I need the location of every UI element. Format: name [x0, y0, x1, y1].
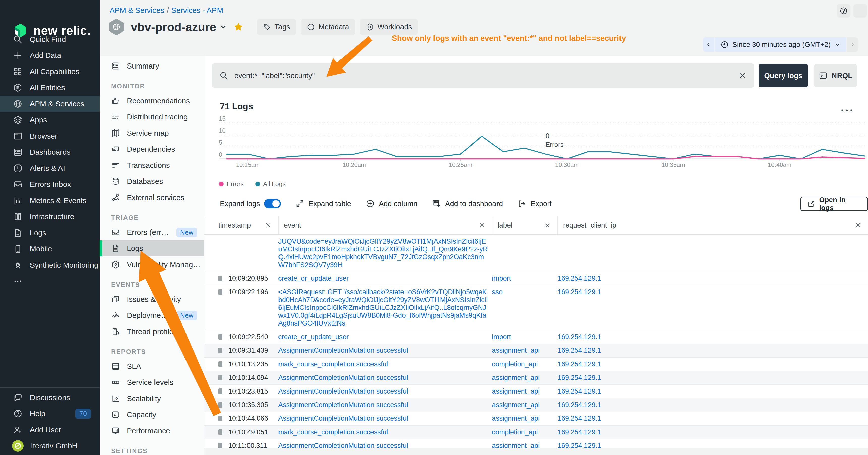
log-row[interactable]: 10:09:20.895create_or_update_userimport1… — [204, 272, 868, 286]
subnav-item-service-map[interactable]: Service map — [99, 125, 204, 141]
time-back-button[interactable] — [703, 37, 715, 52]
log-client-ip-link[interactable]: 169.254.129.1 — [558, 347, 868, 355]
log-label-link[interactable]: assignment_api — [492, 401, 558, 409]
log-label-link[interactable]: assignment_api — [492, 415, 558, 422]
log-event-link[interactable]: AssignmentCompletionMutation successful — [278, 347, 492, 355]
sidebar-item-add-data[interactable]: Add Data — [0, 47, 99, 64]
log-label-link[interactable]: assignment_api — [492, 388, 558, 395]
log-client-ip-link[interactable]: 169.254.129.1 — [558, 388, 868, 395]
log-label-link[interactable] — [492, 237, 558, 269]
log-event-link[interactable]: AssignmentCompletionMutation successful — [278, 442, 492, 448]
subnav-item-errors-errors-inb[interactable]: Errors (errors inb...New — [99, 224, 204, 240]
log-event-link[interactable]: AssignmentCompletionMutation successful — [278, 374, 492, 382]
sidebar-item-discussions[interactable]: Discussions — [0, 390, 99, 405]
export-button[interactable]: Export — [518, 199, 552, 208]
log-label-link[interactable]: assignment_api — [492, 442, 558, 448]
time-picker[interactable]: Since 30 minutes ago (GMT+2) — [703, 37, 858, 52]
log-client-ip-link[interactable]: 169.254.129.1 — [558, 442, 868, 448]
sidebar-item-apps[interactable]: Apps — [0, 112, 99, 128]
log-event-link[interactable]: AssignmentCompletionMutation successful — [278, 415, 492, 422]
subnav-item-issues-activity[interactable]: Issues & activity — [99, 291, 204, 307]
column-header-timestamp[interactable]: timestamp — [204, 216, 278, 234]
subnav-item-databases[interactable]: Databases — [99, 173, 204, 190]
metadata-button[interactable]: Metadata — [301, 19, 355, 35]
entity-chevron-down-icon[interactable] — [219, 23, 227, 31]
sidebar-item-item[interactable] — [0, 273, 99, 289]
log-search-input[interactable]: event:* -"label":"security" — [212, 64, 754, 88]
subnav-item-deployments[interactable]: DeploymentsNew — [99, 307, 204, 324]
log-label-link[interactable]: completion_api — [492, 428, 558, 436]
expand-table-button[interactable]: Expand table — [296, 199, 351, 208]
add-column-button[interactable]: Add column — [366, 199, 417, 208]
sidebar-item-logs[interactable]: Logs — [0, 225, 99, 241]
log-label-link[interactable]: sso — [492, 288, 558, 327]
subnav-item-thread-profiler[interactable]: Thread profiler — [99, 324, 204, 339]
log-label-link[interactable]: import — [492, 274, 558, 283]
workloads-button[interactable]: Workloads — [360, 19, 418, 35]
log-event-link[interactable]: <ASGIRequest: GET '/sso/callback/?state=… — [278, 288, 492, 327]
breadcrumb-services-apm[interactable]: Services - APM — [172, 6, 223, 14]
subnav-item-dependencies[interactable]: Dependencies — [99, 141, 204, 157]
query-logs-button[interactable]: Query logs — [758, 64, 808, 87]
legend-item-errors[interactable]: Errors — [219, 181, 244, 188]
open-in-logs-button[interactable]: Open in logs — [801, 196, 868, 211]
log-label-link[interactable]: import — [492, 333, 558, 341]
log-event-link[interactable]: AssignmentCompletionMutation successful — [278, 388, 492, 395]
add-to-dashboard-button[interactable]: Add to dashboard — [432, 199, 503, 208]
sidebar-item-dashboards[interactable]: Dashboards — [0, 144, 99, 160]
help-button[interactable] — [837, 4, 850, 18]
subnav-item-transactions[interactable]: Transactions — [99, 157, 204, 173]
subnav-item-performance[interactable]: Performance — [99, 423, 204, 439]
sidebar-item-errors-inbox[interactable]: Errors Inbox — [0, 176, 99, 193]
sidebar-item-apm-services[interactable]: APM & Services — [0, 96, 99, 112]
expand-logs-toggle[interactable]: Expand logs — [220, 199, 281, 208]
time-forward-button[interactable] — [846, 37, 858, 52]
subnav-item-logs[interactable]: Logs — [99, 240, 204, 257]
sidebar-item-quick-find[interactable]: Quick Find — [0, 31, 99, 47]
subnav-item-recommendations[interactable]: Recommendations — [99, 93, 204, 109]
logs-timeseries-chart[interactable]: 05101510:15am10:20am10:25am10:30am10:35a… — [204, 117, 868, 192]
sidebar-item-infrastructure[interactable]: Infrastructure — [0, 208, 99, 225]
log-client-ip-link[interactable]: 169.254.129.1 — [558, 374, 868, 382]
log-event-link[interactable]: mark_course_completion successful — [278, 360, 492, 368]
remove-column-icon[interactable] — [478, 222, 486, 229]
toggle-on-icon[interactable] — [264, 199, 281, 208]
breadcrumb-apm-services[interactable]: APM & Services — [110, 6, 164, 14]
log-event-link[interactable]: AssignmentCompletionMutation successful — [278, 401, 492, 409]
log-event-link[interactable]: create_or_update_user — [278, 333, 492, 341]
favorite-star-icon[interactable] — [233, 22, 244, 32]
log-client-ip-link[interactable] — [558, 237, 868, 269]
sidebar-item-all-capabilities[interactable]: All Capabilities — [0, 64, 99, 79]
sidebar-item-mobile[interactable]: Mobile — [0, 241, 99, 257]
log-label-link[interactable]: assignment_api — [492, 347, 558, 355]
subnav-item-summary[interactable]: Summary — [99, 58, 204, 74]
log-client-ip-link[interactable]: 169.254.129.1 — [558, 274, 868, 283]
subnav-item-capacity[interactable]: Capacity — [99, 407, 204, 423]
sidebar-item-metrics-events[interactable]: Metrics & Events — [0, 193, 99, 208]
clear-search-icon[interactable] — [739, 71, 746, 79]
log-row[interactable]: 10:10:44.066AssignmentCompletionMutation… — [204, 412, 868, 425]
sidebar-item-iterativ-gmbh[interactable]: Iterativ GmbH — [0, 438, 99, 454]
subnav-item-sla[interactable]: SLA — [99, 358, 204, 375]
sidebar-item-add-user[interactable]: Add User — [0, 422, 99, 438]
log-row[interactable]: 10:10:14.094AssignmentCompletionMutation… — [204, 371, 868, 385]
permalink-button[interactable] — [854, 4, 867, 18]
remove-column-icon[interactable] — [855, 222, 862, 229]
column-header-label[interactable]: label — [492, 216, 558, 234]
legend-item-all-logs[interactable]: All Logs — [255, 181, 285, 188]
log-client-ip-link[interactable]: 169.254.129.1 — [558, 428, 868, 436]
log-client-ip-link[interactable]: 169.254.129.1 — [558, 333, 868, 341]
log-row[interactable]: 10:11:00.311AssignmentCompletionMutation… — [204, 439, 868, 448]
log-row[interactable]: 10:10:23.815AssignmentCompletionMutation… — [204, 385, 868, 398]
log-client-ip-link[interactable]: 169.254.129.1 — [558, 401, 868, 409]
subnav-item-service-levels[interactable]: Service levels — [99, 375, 204, 390]
remove-column-icon[interactable] — [265, 222, 272, 229]
subnav-item-vulnerability-management[interactable]: Vulnerability Management — [99, 257, 204, 272]
column-header-request-client-ip[interactable]: request_client_ip — [558, 216, 868, 234]
log-client-ip-link[interactable]: 169.254.129.1 — [558, 360, 868, 368]
time-range-selector[interactable]: Since 30 minutes ago (GMT+2) — [715, 37, 846, 52]
log-event-link[interactable]: create_or_update_user — [278, 274, 492, 283]
log-row[interactable]: 10:10:13.235mark_course_completion succe… — [204, 358, 868, 371]
log-label-link[interactable]: assignment_api — [492, 374, 558, 382]
sidebar-item-browser[interactable]: Browser — [0, 128, 99, 144]
